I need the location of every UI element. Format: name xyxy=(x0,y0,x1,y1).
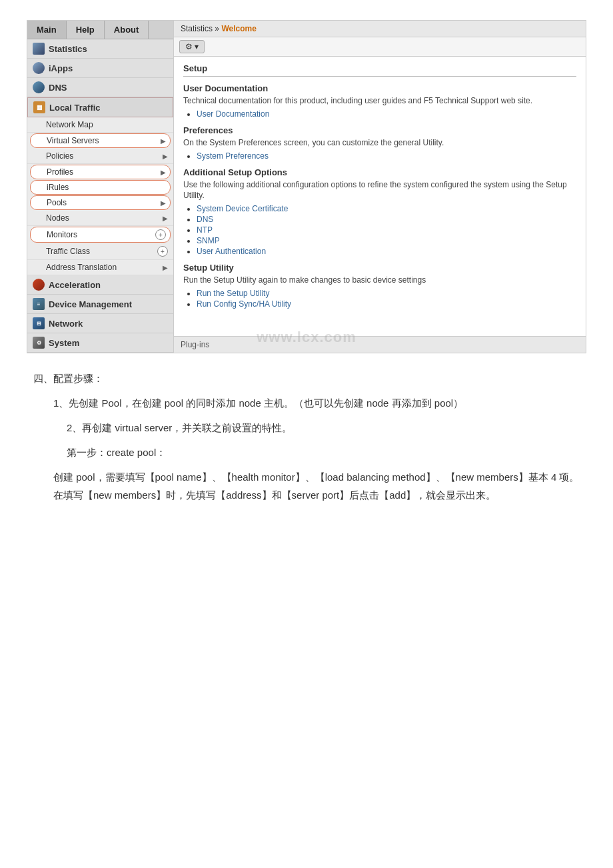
subitem-address-translation[interactable]: Address Translation ▶ xyxy=(27,260,173,275)
tab-main[interactable]: Main xyxy=(27,21,67,39)
tab-help[interactable]: Help xyxy=(67,21,105,39)
network-icon: ⊞ xyxy=(33,317,45,329)
gear-icon: ⚙ xyxy=(185,42,193,51)
gear-dropdown-arrow: ▾ xyxy=(195,42,199,51)
iapps-icon xyxy=(33,62,45,74)
breadcrumb-separator: » xyxy=(215,24,221,33)
link-ntp[interactable]: NTP xyxy=(197,225,213,235)
link-system-preferences[interactable]: System Preferences xyxy=(197,151,269,161)
link-snmp[interactable]: SNMP xyxy=(197,236,220,245)
subitem-policies[interactable]: Policies ▶ xyxy=(27,149,173,164)
stats-icon xyxy=(33,43,45,55)
sidebar-label-device-management: Device Management xyxy=(49,299,132,309)
link-system-device-certificate[interactable]: System Device Certificate xyxy=(197,204,288,213)
arrow-icon: ▶ xyxy=(161,169,166,176)
subitem-traffic-class[interactable]: Traffic Class + xyxy=(27,243,173,260)
sidebar-label-statistics: Statistics xyxy=(49,44,87,54)
sidebar-label-iapps: iApps xyxy=(49,63,73,73)
breadcrumb-path: Statistics xyxy=(181,24,213,33)
setup-utility-links: Run the Setup Utility Run Config Sync/HA… xyxy=(197,289,576,309)
subitem-network-map[interactable]: Network Map xyxy=(27,117,173,133)
arrow-icon: ▶ xyxy=(163,153,168,160)
section-preferences-text: On the System Preferences screen, you ca… xyxy=(183,137,576,149)
toolbar: ⚙ ▾ xyxy=(174,37,586,57)
sidebar-tabs: Main Help About xyxy=(27,21,173,39)
subitem-irules[interactable]: iRules xyxy=(30,180,171,195)
link-dns[interactable]: DNS xyxy=(197,215,213,224)
sidebar-item-local-traffic[interactable]: ▦ Local Traffic xyxy=(27,97,173,117)
plugins-bar: Plug-ins xyxy=(174,336,586,353)
preferences-links: System Preferences xyxy=(197,151,576,161)
local-traffic-submenu: Network Map Virtual Servers ▶ Policies ▶… xyxy=(27,117,173,275)
section-setup-utility-heading: Setup Utility xyxy=(183,263,576,273)
acceleration-icon xyxy=(33,279,45,291)
subitem-profiles[interactable]: Profiles ▶ xyxy=(30,165,171,179)
arrow-icon: ▶ xyxy=(163,264,168,271)
link-user-authentication[interactable]: User Authentication xyxy=(197,247,266,256)
sidebar-item-network[interactable]: ⊞ Network xyxy=(27,314,173,333)
link-run-setup-utility[interactable]: Run the Setup Utility xyxy=(197,289,269,298)
body-title: 四、配置步骤： xyxy=(33,369,580,387)
sidebar-item-acceleration[interactable]: Acceleration xyxy=(27,275,173,295)
section-setup-utility-text: Run the Setup Utility again to make chan… xyxy=(183,275,576,286)
additional-setup-links: System Device Certificate DNS NTP SNMP U… xyxy=(197,204,576,256)
section-user-documentation-text: Technical documentation for this product… xyxy=(183,95,576,107)
body-text: 四、配置步骤： 1、先创建 Pool，在创建 pool 的同时添加 node 主… xyxy=(27,369,586,504)
sidebar-label-acceleration: Acceleration xyxy=(49,280,101,290)
content-area: Setup User Documentation Technical docum… xyxy=(174,57,586,319)
breadcrumb: Statistics » Welcome xyxy=(174,21,586,37)
arrow-icon: ▶ xyxy=(163,215,168,222)
section-user-documentation-heading: User Documentation xyxy=(183,83,576,93)
sidebar-item-system[interactable]: ⚙ System xyxy=(27,333,173,353)
dns-icon xyxy=(33,81,45,93)
traffic-class-circle-btn[interactable]: + xyxy=(157,246,168,257)
user-documentation-links: User Documentation xyxy=(197,109,576,119)
plugins-label: Plug-ins xyxy=(181,340,209,349)
link-user-documentation[interactable]: User Documentation xyxy=(197,109,269,119)
sidebar-label-dns: DNS xyxy=(49,83,67,93)
section-preferences-heading: Preferences xyxy=(183,125,576,135)
arrow-icon: ▶ xyxy=(161,199,166,207)
sidebar-label-network: Network xyxy=(49,319,83,329)
sidebar-item-device-management[interactable]: ≡ Device Management xyxy=(27,295,173,314)
sidebar-label-local-traffic: Local Traffic xyxy=(49,103,101,113)
link-run-config-sync[interactable]: Run Config Sync/HA Utility xyxy=(197,299,291,309)
subitem-monitors[interactable]: Monitors + xyxy=(30,227,171,243)
body-para1: 1、先创建 Pool，在创建 pool 的同时添加 node 主机。（也可以先创… xyxy=(53,394,580,412)
sidebar-item-statistics[interactable]: Statistics xyxy=(27,39,173,59)
local-traffic-icon: ▦ xyxy=(33,101,45,113)
monitors-circle-btn[interactable]: + xyxy=(155,229,166,240)
sidebar-item-dns[interactable]: DNS xyxy=(27,78,173,97)
body-para4: 创建 pool，需要填写【pool name】、【health monitor】… xyxy=(53,468,580,504)
body-para3: 第一步：create pool： xyxy=(67,443,580,461)
tab-about[interactable]: About xyxy=(105,21,149,39)
sidebar: Main Help About Statistics iApps DNS ▦ L… xyxy=(27,21,174,353)
main-content: Statistics » Welcome ⚙ ▾ Setup User Docu… xyxy=(174,21,586,353)
subitem-nodes[interactable]: Nodes ▶ xyxy=(27,211,173,226)
sidebar-label-system: System xyxy=(49,338,79,348)
section-additional-setup-heading: Additional Setup Options xyxy=(183,167,576,177)
sidebar-item-iapps[interactable]: iApps xyxy=(27,59,173,78)
device-mgmt-icon: ≡ xyxy=(33,298,45,310)
gear-button[interactable]: ⚙ ▾ xyxy=(179,40,205,53)
breadcrumb-current: Welcome xyxy=(221,24,256,33)
subitem-virtual-servers[interactable]: Virtual Servers ▶ xyxy=(30,133,171,148)
setup-title: Setup xyxy=(183,63,576,77)
arrow-icon: ▶ xyxy=(161,137,166,145)
subitem-pools[interactable]: Pools ▶ xyxy=(30,195,171,210)
system-icon: ⚙ xyxy=(33,337,45,349)
section-additional-setup-text: Use the following additional configurati… xyxy=(183,179,576,202)
body-para2: 2、再创建 virtual server，并关联之前设置的特性。 xyxy=(67,419,580,437)
